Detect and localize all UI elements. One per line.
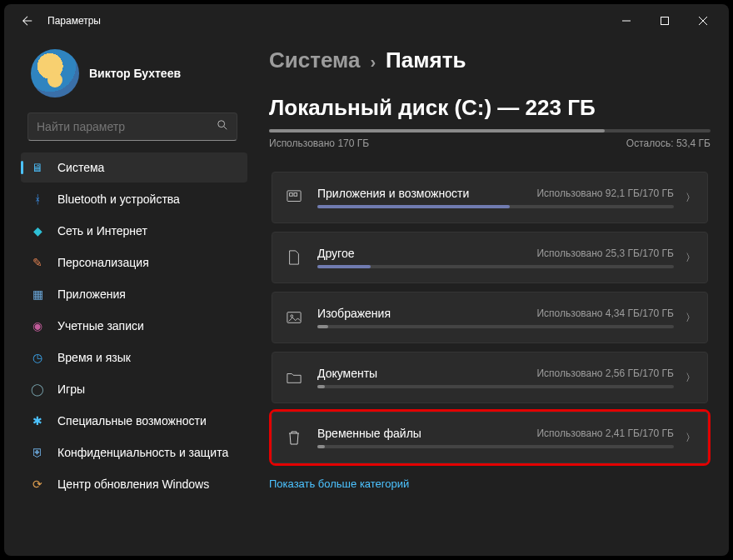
privacy-icon: ⛨ bbox=[29, 444, 46, 461]
category-bar-fill bbox=[317, 205, 510, 208]
disk-free-label: Осталось: 53,4 ГБ bbox=[626, 138, 711, 149]
category-wrap-other: ДругоеИспользовано 25,3 ГБ/170 ГБ〉 bbox=[269, 229, 711, 286]
chevron-right-icon: 〉 bbox=[686, 251, 696, 265]
profile[interactable]: Виктор Бухтеев bbox=[11, 38, 247, 106]
close-button[interactable] bbox=[684, 8, 722, 34]
category-bar bbox=[317, 265, 674, 268]
category-bar bbox=[317, 325, 674, 328]
category-temp[interactable]: Временные файлыИспользовано 2,41 ГБ/170 … bbox=[272, 412, 708, 463]
category-apps[interactable]: Приложения и возможностиИспользовано 92,… bbox=[272, 172, 708, 223]
sidebar-item-update[interactable]: ⟳Центр обновления Windows bbox=[21, 469, 247, 499]
storage-categories: Приложения и возможностиИспользовано 92,… bbox=[269, 169, 711, 466]
category-other[interactable]: ДругоеИспользовано 25,3 ГБ/170 ГБ〉 bbox=[272, 232, 708, 283]
category-label: Приложения и возможности bbox=[317, 187, 469, 200]
chevron-right-icon: 〉 bbox=[686, 311, 696, 325]
image-icon bbox=[284, 308, 304, 328]
disk-used-label: Использовано 170 ГБ bbox=[269, 138, 369, 149]
sidebar-item-privacy[interactable]: ⛨Конфиденциальность и защита bbox=[21, 438, 247, 468]
svg-rect-0 bbox=[661, 18, 669, 25]
category-meta: Использовано 92,1 ГБ/170 ГБ bbox=[536, 188, 674, 199]
category-bar bbox=[317, 385, 674, 388]
accounts-icon: ◉ bbox=[29, 318, 46, 334]
sidebar-item-personal[interactable]: ✎Персонализация bbox=[21, 248, 247, 278]
sidebar-item-system[interactable]: 🖥Система bbox=[21, 152, 247, 182]
disk-info: Использовано 170 ГБ Осталось: 53,4 ГБ bbox=[269, 138, 711, 149]
update-icon: ⟳ bbox=[29, 476, 46, 492]
chevron-right-icon: › bbox=[370, 52, 376, 72]
sidebar-item-access[interactable]: ✱Специальные возможности bbox=[21, 406, 247, 436]
maximize-icon bbox=[661, 17, 669, 25]
nav: 🖥СистемаᚼBluetooth и устройства◆Сеть и И… bbox=[11, 152, 247, 499]
system-icon: 🖥 bbox=[29, 159, 46, 176]
category-wrap-apps: Приложения и возможностиИспользовано 92,… bbox=[269, 169, 711, 226]
category-bar-fill bbox=[317, 265, 371, 268]
category-bar bbox=[317, 205, 674, 208]
category-docs[interactable]: ДокументыИспользовано 2,56 ГБ/170 ГБ〉 bbox=[272, 352, 708, 403]
category-wrap-temp: Временные файлыИспользовано 2,41 ГБ/170 … bbox=[269, 409, 711, 466]
category-meta: Использовано 4,34 ГБ/170 ГБ bbox=[536, 308, 674, 319]
sidebar-item-bluetooth[interactable]: ᚼBluetooth и устройства bbox=[21, 184, 247, 214]
maximize-button[interactable] bbox=[646, 8, 684, 34]
breadcrumb: Система › Память bbox=[269, 44, 711, 73]
folder-icon bbox=[284, 368, 304, 388]
sidebar-item-label: Учетные записи bbox=[57, 319, 144, 332]
svg-point-1 bbox=[218, 121, 225, 128]
search-input[interactable] bbox=[37, 120, 217, 133]
window-controls bbox=[607, 8, 722, 34]
file-icon bbox=[284, 248, 304, 268]
category-body: ИзображенияИспользовано 4,34 ГБ/170 ГБ bbox=[317, 307, 674, 328]
grid-icon bbox=[284, 188, 304, 208]
titlebar: Параметры bbox=[4, 4, 729, 38]
chevron-right-icon: 〉 bbox=[686, 371, 696, 385]
show-more-link[interactable]: Показать больше категорий bbox=[269, 478, 711, 490]
personal-icon: ✎ bbox=[29, 254, 46, 271]
network-icon: ◆ bbox=[29, 222, 46, 239]
category-bar-fill bbox=[317, 385, 325, 388]
minimize-button[interactable] bbox=[607, 8, 646, 34]
sidebar: Виктор Бухтеев 🖥СистемаᚼBluetooth и устр… bbox=[4, 38, 254, 556]
sidebar-item-label: Время и язык bbox=[57, 351, 131, 364]
category-wrap-images: ИзображенияИспользовано 4,34 ГБ/170 ГБ〉 bbox=[269, 289, 711, 346]
disk-usage-fill bbox=[269, 129, 605, 132]
category-body: ДругоеИспользовано 25,3 ГБ/170 ГБ bbox=[317, 247, 674, 268]
category-images[interactable]: ИзображенияИспользовано 4,34 ГБ/170 ГБ〉 bbox=[272, 292, 708, 343]
time-icon: ◷ bbox=[29, 349, 46, 366]
chevron-right-icon: 〉 bbox=[686, 191, 696, 205]
close-icon bbox=[699, 17, 707, 25]
body: Виктор Бухтеев 🖥СистемаᚼBluetooth и устр… bbox=[4, 38, 729, 556]
category-bar-fill bbox=[317, 325, 328, 328]
sidebar-item-accounts[interactable]: ◉Учетные записи bbox=[21, 311, 247, 341]
sidebar-item-network[interactable]: ◆Сеть и Интернет bbox=[21, 216, 247, 246]
apps-icon: ▦ bbox=[29, 286, 46, 302]
category-meta: Использовано 2,56 ГБ/170 ГБ bbox=[536, 368, 674, 379]
sidebar-item-label: Центр обновления Windows bbox=[57, 478, 209, 491]
main: Система › Память Локальный диск (C:) — 2… bbox=[254, 38, 729, 556]
window-title: Параметры bbox=[47, 15, 101, 27]
chevron-right-icon: 〉 bbox=[686, 431, 696, 445]
sidebar-item-apps[interactable]: ▦Приложения bbox=[21, 279, 247, 309]
sidebar-item-label: Специальные возможности bbox=[57, 414, 207, 428]
disk-title: Локальный диск (C:) — 223 ГБ bbox=[269, 95, 711, 121]
disk-usage-bar bbox=[269, 129, 711, 132]
sidebar-item-label: Персонализация bbox=[57, 256, 149, 269]
trash-icon bbox=[284, 428, 304, 448]
bluetooth-icon: ᚼ bbox=[29, 191, 46, 208]
search-box[interactable] bbox=[27, 112, 237, 141]
access-icon: ✱ bbox=[29, 412, 46, 429]
category-label: Временные файлы bbox=[317, 427, 421, 440]
profile-name: Виктор Бухтеев bbox=[89, 67, 181, 80]
sidebar-item-time[interactable]: ◷Время и язык bbox=[21, 342, 247, 372]
category-wrap-docs: ДокументыИспользовано 2,56 ГБ/170 ГБ〉 bbox=[269, 349, 711, 406]
back-button[interactable] bbox=[17, 11, 37, 31]
sidebar-item-label: Система bbox=[57, 161, 104, 174]
search-icon bbox=[217, 119, 228, 134]
sidebar-item-games[interactable]: ◯Игры bbox=[21, 374, 247, 404]
sidebar-item-label: Bluetooth и устройства bbox=[57, 192, 180, 206]
category-bar-fill bbox=[317, 445, 325, 448]
category-body: Временные файлыИспользовано 2,41 ГБ/170 … bbox=[317, 427, 674, 448]
category-label: Изображения bbox=[317, 307, 391, 320]
breadcrumb-root[interactable]: Система bbox=[269, 48, 360, 73]
category-bar bbox=[317, 445, 674, 448]
svg-rect-3 bbox=[290, 193, 293, 197]
svg-rect-4 bbox=[294, 193, 297, 197]
